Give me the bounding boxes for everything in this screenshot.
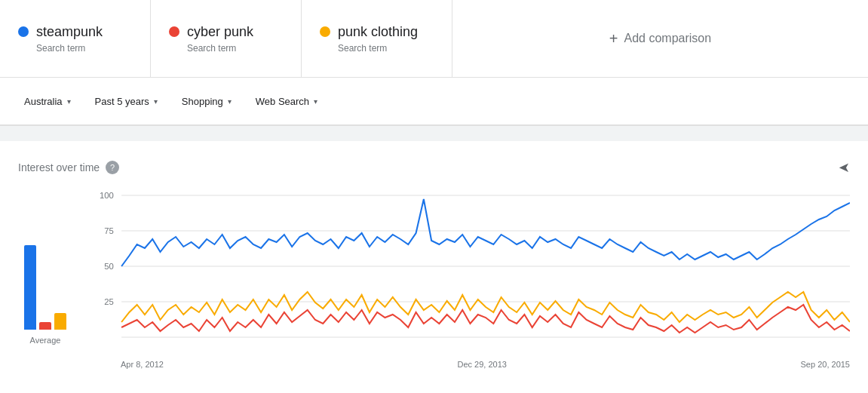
cyberpunk-dot: [169, 26, 179, 37]
cyberpunk-line: [121, 305, 850, 333]
svg-text:50: 50: [104, 262, 114, 271]
cyberpunk-label: cyber punk: [187, 24, 253, 40]
punkclothing-label: punk clothing: [338, 24, 418, 40]
plus-icon: +: [609, 30, 618, 48]
legend-item-cyberpunk[interactable]: cyber punk Search term: [151, 0, 302, 77]
x-labels: Apr 8, 2012 Dec 29, 2013 Sep 20, 2015: [90, 357, 850, 369]
x-label-0: Apr 8, 2012: [121, 360, 164, 369]
search-type-filter[interactable]: Web Search ▾: [244, 90, 330, 113]
steampunk-subtitle: Search term: [18, 43, 132, 54]
chart-section: Interest over time ? ➤ Average 100 75: [0, 141, 868, 393]
category-filter[interactable]: Shopping ▾: [170, 90, 244, 113]
legend-item-steampunk[interactable]: steampunk Search term: [0, 0, 151, 77]
avg-bar-steampunk: [24, 245, 36, 330]
punkclothing-dot: [320, 26, 330, 37]
category-chevron: ▾: [228, 97, 232, 106]
legend-bar: steampunk Search term cyber punk Search …: [0, 0, 868, 78]
svg-chart-wrapper: 100 75 50 25 Apr 8, 2012 Dec 29, 2013: [90, 188, 850, 366]
search-type-label: Web Search: [256, 96, 309, 107]
avg-label: Average: [30, 336, 61, 345]
geo-chevron: ▾: [67, 97, 71, 106]
time-label: Past 5 years: [95, 96, 149, 107]
svg-text:25: 25: [104, 297, 114, 306]
x-label-1: Dec 29, 2013: [457, 360, 506, 369]
legend-item-punkclothing[interactable]: punk clothing Search term: [302, 0, 452, 77]
cyberpunk-subtitle: Search term: [169, 43, 283, 54]
steampunk-line: [121, 199, 850, 266]
avg-bar-cyberpunk: [39, 322, 51, 330]
geo-filter[interactable]: Australia ▾: [12, 90, 83, 113]
share-icon[interactable]: ➤: [839, 159, 850, 176]
gray-spacer: [0, 126, 868, 141]
svg-text:100: 100: [100, 191, 114, 200]
avg-section: Average: [0, 188, 90, 366]
chart-header: Interest over time ? ➤: [0, 153, 868, 182]
geo-label: Australia: [24, 96, 63, 107]
steampunk-label: steampunk: [36, 24, 103, 40]
time-chevron: ▾: [154, 97, 158, 106]
time-filter[interactable]: Past 5 years ▾: [83, 90, 170, 113]
help-icon[interactable]: ?: [106, 161, 119, 174]
search-type-chevron: ▾: [314, 97, 317, 106]
add-comparison-label: Add comparison: [624, 32, 712, 45]
main-chart-svg: 100 75 50 25: [90, 188, 850, 354]
svg-text:75: 75: [104, 226, 114, 235]
category-label: Shopping: [182, 96, 223, 107]
avg-bar-punkclothing: [54, 313, 66, 330]
filter-bar: Australia ▾ Past 5 years ▾ Shopping ▾ We…: [0, 78, 868, 126]
x-label-2: Sep 20, 2015: [801, 360, 850, 369]
avg-bars: [24, 194, 66, 330]
punkclothing-subtitle: Search term: [320, 43, 434, 54]
chart-title: Interest over time: [18, 161, 100, 173]
chart-container: Average 100 75 50 25: [0, 188, 868, 384]
add-comparison-button[interactable]: + Add comparison: [452, 0, 868, 77]
steampunk-dot: [18, 26, 29, 37]
